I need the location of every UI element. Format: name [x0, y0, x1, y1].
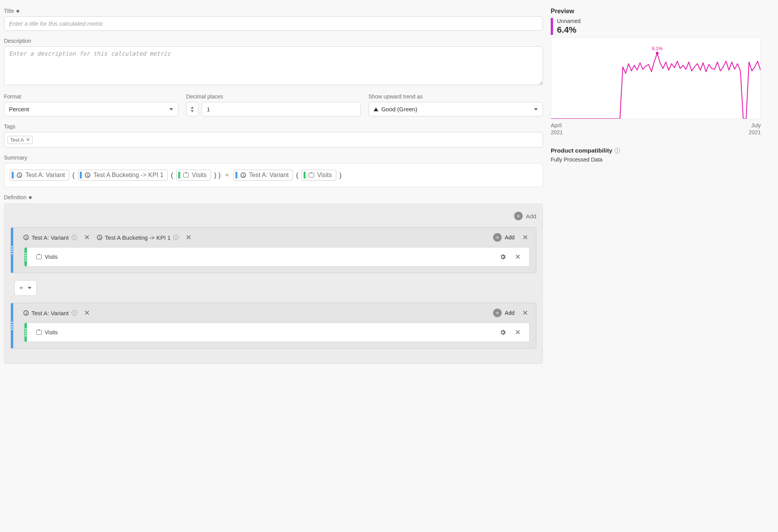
summary-box: Test A: Variant(Test A Bucketing -> KPI …	[4, 163, 543, 187]
tag-chip-label: Test A	[10, 137, 24, 143]
segment-label: Test A Bucketing -> KPI 1	[105, 234, 171, 241]
plus-circle-icon: ＋	[514, 212, 523, 220]
compat-desc: Fully Processed Data	[551, 156, 761, 163]
axis-left-month: April	[551, 122, 562, 128]
tags-label: Tags	[4, 123, 543, 130]
chip-stripe	[12, 172, 14, 179]
definition-canvas[interactable]: ＋ Add Test A: Variant✕Test A Bucketing -…	[4, 204, 543, 364]
axis-right-year: 2021	[749, 129, 761, 135]
drag-handle-icon[interactable]	[11, 246, 13, 255]
metric-label: Visits	[45, 329, 58, 335]
metric-label: Visits	[45, 254, 58, 260]
tag-chip[interactable]: Test A ✕	[7, 136, 33, 144]
chip-label: Test A Bucketing -> KPI 1	[93, 172, 163, 179]
info-icon[interactable]	[615, 148, 620, 153]
chevron-down-icon	[28, 287, 32, 289]
event-icon	[36, 330, 42, 335]
event-icon	[309, 173, 314, 177]
block-add-label: Add	[505, 234, 515, 241]
axis-left-year: 2021	[551, 129, 563, 135]
summary-label: Summary	[4, 155, 543, 161]
info-icon[interactable]	[72, 235, 77, 240]
remove-block-icon[interactable]: ✕	[521, 234, 530, 241]
remove-segment-icon[interactable]: ✕	[83, 309, 91, 316]
operator-divide: ÷	[224, 172, 230, 179]
operator-select[interactable]: ÷	[14, 280, 37, 296]
summary-segment-chip[interactable]: Test A: Variant	[10, 170, 69, 181]
svg-point-0	[656, 52, 659, 54]
event-icon	[183, 173, 189, 177]
remove-metric-icon[interactable]: ✕	[513, 329, 522, 336]
chip-stripe	[178, 172, 180, 179]
paren-close: )	[339, 171, 342, 179]
axis-right-month: July	[751, 122, 761, 128]
arrow-down-icon[interactable]	[191, 110, 194, 112]
tags-input[interactable]: Test A ✕	[4, 132, 543, 147]
event-icon	[36, 255, 42, 259]
definition-segment[interactable]: Test A: Variant	[23, 234, 77, 241]
summary-metric-chip[interactable]: Visits	[176, 170, 211, 181]
summary-segment-chip[interactable]: Test A Bucketing -> KPI 1	[78, 170, 168, 181]
definition-add-label: Add	[526, 213, 536, 219]
remove-segment-icon[interactable]: ✕	[184, 234, 193, 241]
trend-label: Show upward trend as	[369, 93, 543, 100]
arrow-up-icon[interactable]	[191, 107, 194, 109]
summary-metric-chip[interactable]: Visits	[302, 170, 336, 181]
chip-label: Test A: Variant	[249, 172, 289, 179]
block-header: Test A: Variant✕Test A Bucketing -> KPI …	[14, 228, 536, 247]
info-icon[interactable]	[72, 310, 77, 316]
segment-icon	[17, 172, 22, 178]
summary-segment-chip[interactable]: Test A: Variant	[234, 170, 293, 181]
chip-label: Visits	[192, 172, 207, 179]
definition-label: Definition	[4, 194, 543, 200]
chevron-down-icon	[534, 108, 538, 111]
paren-open: (	[296, 171, 299, 179]
decimal-stepper[interactable]	[186, 102, 198, 116]
title-input[interactable]	[4, 16, 543, 31]
remove-metric-icon[interactable]: ✕	[513, 253, 522, 260]
description-label: Description	[4, 38, 543, 44]
chip-label: Visits	[317, 172, 332, 179]
drag-handle-icon[interactable]	[25, 328, 26, 337]
definition-segment[interactable]: Test A: Variant	[23, 310, 77, 316]
chevron-down-icon	[169, 108, 173, 111]
block-add[interactable]: ＋Add	[493, 233, 515, 242]
drag-handle-icon[interactable]	[25, 253, 26, 261]
chip-label: Test A: Variant	[25, 172, 65, 179]
drag-handle-icon[interactable]	[11, 321, 13, 330]
preview-color-bar	[551, 18, 553, 35]
segment-label: Test A: Variant	[32, 234, 69, 241]
tag-remove-icon[interactable]: ✕	[26, 137, 30, 142]
segment-icon	[97, 235, 102, 240]
chart-peak-label: 8.1%	[652, 46, 662, 51]
remove-block-icon[interactable]: ✕	[521, 309, 530, 316]
remove-segment-icon[interactable]: ✕	[83, 234, 91, 241]
trend-select[interactable]: Good (Green)	[369, 102, 543, 116]
block-add-label: Add	[505, 310, 515, 316]
definition-block[interactable]: Test A: Variant✕Test A Bucketing -> KPI …	[11, 227, 536, 273]
chip-stripe	[80, 172, 82, 179]
trend-up-icon	[374, 107, 378, 111]
definition-segment[interactable]: Test A Bucketing -> KPI 1	[97, 234, 179, 241]
operator-symbol: ÷	[19, 284, 23, 291]
compat-title: Product compatibility	[551, 147, 620, 154]
preview-name: Unnamed	[557, 18, 581, 24]
segment-icon	[85, 172, 90, 178]
decimal-input[interactable]	[202, 102, 360, 116]
info-icon[interactable]	[173, 235, 179, 240]
segment-icon	[23, 235, 29, 240]
plus-circle-icon: ＋	[493, 309, 502, 317]
paren-close: ) )	[214, 171, 221, 179]
block-add[interactable]: ＋Add	[493, 309, 515, 317]
block-header: Test A: Variant✕＋Add✕	[14, 303, 536, 323]
gear-icon[interactable]	[499, 253, 506, 260]
title-label: Title	[4, 8, 543, 14]
metric-row[interactable]: Visits✕	[24, 247, 530, 267]
format-select[interactable]: Percent	[4, 102, 178, 116]
definition-add[interactable]: ＋ Add	[11, 212, 536, 220]
metric-row[interactable]: Visits✕	[24, 323, 530, 342]
description-textarea[interactable]	[4, 46, 543, 85]
gear-icon[interactable]	[499, 329, 506, 336]
definition-block[interactable]: Test A: Variant✕＋Add✕Visits✕	[11, 303, 536, 349]
segment-icon	[241, 172, 246, 178]
